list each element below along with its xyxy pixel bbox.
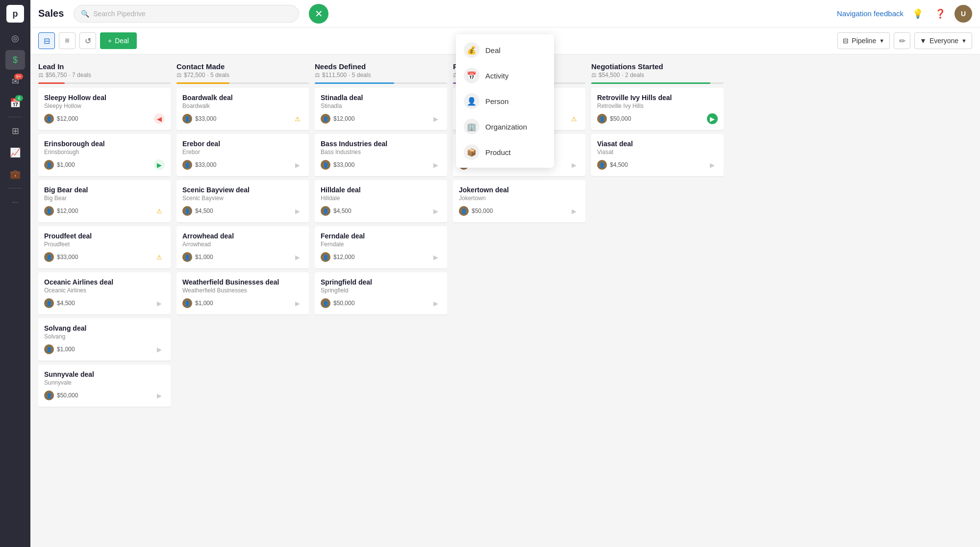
table-row[interactable]: Weatherfield Businesses deal Weatherfiel… — [176, 272, 309, 314]
card-status-10[interactable]: ▶ — [292, 206, 303, 216]
table-row[interactable]: Proudfeet deal Proudfeet 👤 $33,000 ⚠ — [38, 226, 171, 268]
card-status-13[interactable]: ▶ — [430, 113, 441, 124]
card-status-18[interactable]: ⚠ — [569, 113, 579, 124]
table-row[interactable]: Solvang deal Solvang 👤 $1,000 ▶ — [38, 318, 171, 361]
sidebar-item-mail[interactable]: ✉ 9+ — [5, 72, 25, 91]
table-row[interactable]: Oceanic Airlines deal Oceanic Airlines 👤… — [38, 272, 171, 314]
table-row[interactable]: Viasat deal Viasat 👤 $4,500 ▶ — [591, 134, 724, 176]
card-amount-4: $33,000 — [57, 254, 78, 260]
card-status-1[interactable]: ◀ — [154, 113, 165, 124]
table-row[interactable]: Hilldale deal Hilldale 👤 $4,500 ▶ — [315, 180, 447, 222]
product-label: Product — [485, 148, 511, 156]
card-status-7[interactable]: ▶ — [154, 390, 165, 401]
card-status-17[interactable]: ▶ — [430, 298, 441, 309]
status-icon-5: ▶ — [157, 300, 162, 307]
card-status-15[interactable]: ▶ — [430, 206, 441, 216]
card-status-8[interactable]: ⚠ — [292, 113, 303, 124]
card-status-2[interactable]: ▶ — [154, 159, 165, 170]
dropdown-item-activity[interactable]: 📅 Activity — [456, 63, 554, 88]
card-status-4[interactable]: ⚠ — [154, 252, 165, 262]
table-row[interactable]: Ferndale deal Ferndale 👤 $12,000 ▶ — [315, 226, 447, 268]
table-row[interactable]: Erebor deal Erebor 👤 $33,000 ▶ — [176, 134, 309, 176]
card-subtitle-22: Viasat — [597, 149, 718, 156]
sidebar-item-deals[interactable]: $ — [5, 50, 25, 70]
card-person-2: 👤 $1,000 — [44, 160, 75, 170]
card-status-5[interactable]: ▶ — [154, 298, 165, 309]
lightbulb-button[interactable]: 💡 — [909, 5, 926, 22]
card-status-3[interactable]: ⚠ — [154, 206, 165, 216]
table-row[interactable]: Erinsborough deal Erinsborough 👤 $1,000 … — [38, 134, 171, 176]
card-title-5: Oceanic Airlines deal — [44, 278, 165, 286]
sidebar-item-radar[interactable]: ◎ — [5, 28, 25, 48]
card-person-7: 👤 $50,000 — [44, 391, 78, 400]
list-view-button[interactable]: ≡ — [59, 32, 75, 49]
edit-button[interactable]: ✏ — [894, 32, 910, 49]
card-status-12[interactable]: ▶ — [292, 298, 303, 309]
table-row[interactable]: Springfield deal Springfield 👤 $50,000 ▶ — [315, 272, 447, 314]
user-avatar[interactable]: U — [955, 5, 972, 23]
table-row[interactable]: Boardwalk deal Boardwalk 👤 $33,000 ⚠ — [176, 88, 309, 130]
table-row[interactable]: Stinadla deal Stinadla 👤 $12,000 ▶ — [315, 88, 447, 130]
card-status-20[interactable]: ▶ — [569, 206, 579, 216]
sidebar-item-calendar[interactable]: 📅 6 — [5, 93, 25, 113]
column-meta-lead-in: ⚖ $56,750 · 7 deals — [38, 72, 171, 78]
column-amount-needs-defined: $111,500 — [322, 72, 347, 78]
kanban-view-button[interactable]: ⊟ — [38, 32, 55, 49]
card-amount-20: $50,000 — [472, 208, 493, 214]
card-footer-2: 👤 $1,000 ▶ — [44, 159, 165, 170]
table-row[interactable]: Sunnyvale deal Sunnyvale 👤 $50,000 ▶ — [38, 365, 171, 407]
pipeline-chevron-icon: ▼ — [879, 38, 884, 44]
table-row[interactable]: Sleepy Hollow deal Sleepy Hollow 👤 $12,0… — [38, 88, 171, 130]
filter-everyone-button[interactable]: ▼ Everyone ▼ — [914, 32, 972, 49]
card-status-22[interactable]: ▶ — [707, 159, 718, 170]
pipeline-select[interactable]: ⊟ Pipeline ▼ — [837, 32, 890, 49]
card-status-16[interactable]: ▶ — [430, 252, 441, 262]
help-button[interactable]: ❓ — [932, 5, 949, 22]
add-deal-label: Deal — [115, 37, 129, 45]
list-icon: ≡ — [65, 36, 69, 45]
card-status-9[interactable]: ▶ — [292, 159, 303, 170]
card-title-9: Erebor deal — [182, 140, 303, 148]
edit-icon: ✏ — [899, 36, 905, 46]
dropdown-item-organization[interactable]: 🏢 Organization — [456, 114, 554, 139]
forecast-view-button[interactable]: ↺ — [79, 32, 96, 49]
card-status-21[interactable]: ▶ — [707, 113, 718, 124]
card-footer-6: 👤 $1,000 ▶ — [44, 344, 165, 355]
dropdown-item-deal[interactable]: 💰 Deal — [456, 37, 554, 63]
card-status-11[interactable]: ▶ — [292, 252, 303, 262]
person-avatar-5: 👤 — [44, 298, 54, 308]
add-deal-button[interactable]: + Deal — [100, 32, 137, 49]
close-button[interactable]: ✕ — [309, 4, 328, 24]
card-title-13: Stinadla deal — [321, 94, 441, 102]
card-status-6[interactable]: ▶ — [154, 344, 165, 355]
table-row[interactable]: Jokertown deal Jokertown 👤 $50,000 ▶ — [453, 180, 585, 222]
card-subtitle-13: Stinadla — [321, 103, 441, 109]
nav-feedback-link[interactable]: Navigation feedback — [837, 9, 904, 18]
status-icon-1: ◀ — [157, 115, 162, 123]
search-bar[interactable]: 🔍 Search Pipedrive — [74, 5, 299, 23]
sidebar-logo[interactable]: p — [6, 5, 24, 23]
table-row[interactable]: Scenic Bayview deal Scenic Bayview 👤 $4,… — [176, 180, 309, 222]
table-row[interactable]: Retroville Ivy Hills deal Retroville Ivy… — [591, 88, 724, 130]
radar-icon: ◎ — [11, 33, 19, 44]
topbar-right: Navigation feedback 💡 ❓ U — [837, 5, 972, 23]
card-amount-14: $33,000 — [333, 161, 354, 168]
card-person-20: 👤 $50,000 — [459, 206, 493, 216]
sidebar-item-more[interactable]: ··· — [5, 192, 25, 212]
dropdown-item-person[interactable]: 👤 Person — [456, 88, 554, 114]
sidebar-divider-1 — [8, 117, 23, 117]
card-status-19[interactable]: ▶ — [569, 159, 579, 170]
card-amount-9: $33,000 — [195, 161, 216, 168]
card-status-14[interactable]: ▶ — [430, 159, 441, 170]
briefcase-icon: 💼 — [10, 169, 21, 180]
person-avatar-1: 👤 — [44, 114, 54, 124]
sidebar-item-grid[interactable]: ⊞ — [5, 121, 25, 141]
card-subtitle-15: Hilldale — [321, 195, 441, 202]
sidebar-item-briefcase[interactable]: 💼 — [5, 164, 25, 184]
table-row[interactable]: Arrowhead deal Arrowhead 👤 $1,000 ▶ — [176, 226, 309, 268]
column-title-negotiations-started: Negotiations Started — [591, 62, 724, 71]
table-row[interactable]: Big Bear deal Big Bear 👤 $12,000 ⚠ — [38, 180, 171, 222]
dropdown-item-product[interactable]: 📦 Product — [456, 139, 554, 165]
sidebar-item-analytics[interactable]: 📈 — [5, 143, 25, 162]
table-row[interactable]: Bass Industries deal Bass Industries 👤 $… — [315, 134, 447, 176]
